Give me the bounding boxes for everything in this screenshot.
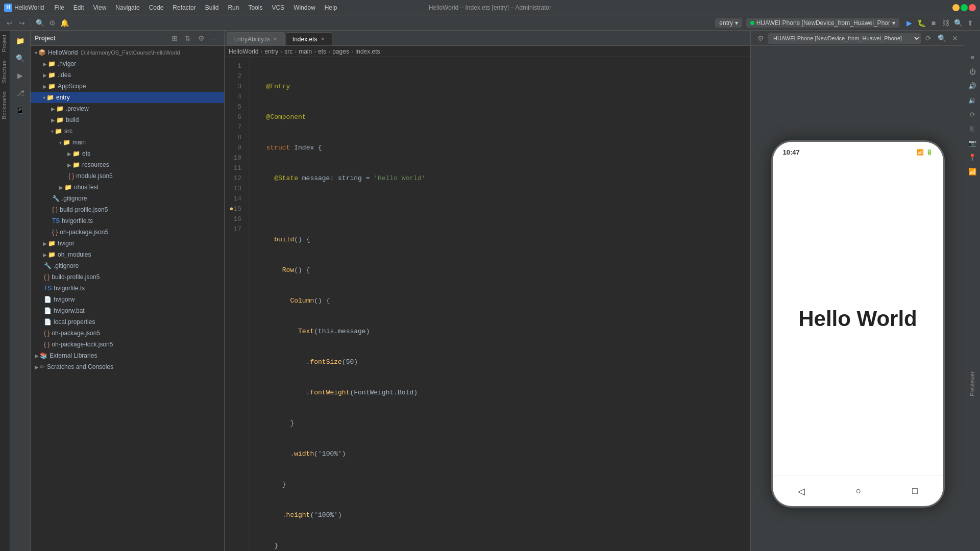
code-content[interactable]: @Entry @Component struct Index { @State … — [250, 57, 750, 551]
tree-item-hvigor[interactable]: ▶ 📁 .hvigor — [31, 58, 224, 69]
previewer-rotate-icon[interactable]: ⟳ — [966, 108, 978, 120]
breadcrumb-main[interactable]: main — [299, 48, 312, 55]
minimize-button[interactable] — [952, 4, 960, 11]
tree-item-idea[interactable]: ▶ 📁 .idea — [31, 69, 224, 81]
tree-item-local-properties[interactable]: 📄 local.properties — [31, 316, 224, 328]
close-button[interactable] — [969, 4, 976, 11]
tree-item-main[interactable]: ▾ 📁 main — [31, 137, 224, 148]
tree-item-hvigorw-bat[interactable]: 📄 hvigorw.bat — [31, 305, 224, 316]
device-selector[interactable]: HUAWEI Phone [NewDevice_from_Huawei_Phon… — [746, 18, 899, 28]
tree-item-build[interactable]: ▶ 📁 build — [31, 114, 224, 126]
breadcrumb-ets[interactable]: ets — [318, 48, 326, 55]
menu-edit[interactable]: Edit — [69, 3, 88, 12]
previewer-vol-up-icon[interactable]: 🔊 — [966, 80, 978, 92]
project-sort-button[interactable]: ⇅ — [182, 33, 193, 44]
tree-item-ext-libs[interactable]: ▶ 📚 External Libraries — [31, 350, 224, 361]
maximize-button[interactable] — [961, 4, 968, 11]
stop-button[interactable]: ■ — [928, 17, 939, 29]
undo-button[interactable]: ↩ — [4, 17, 15, 29]
tree-item-resources[interactable]: ▶ 📁 resources — [31, 159, 224, 170]
menu-vcs[interactable]: VCS — [267, 3, 288, 12]
redo-button[interactable]: ↪ — [16, 17, 28, 29]
project-hide-button[interactable]: — — [209, 33, 220, 44]
share-button[interactable]: ⬆ — [965, 17, 976, 29]
previewer-copy-icon[interactable]: ⎘ — [966, 122, 978, 135]
tree-item-src[interactable]: ▾ 📁 src — [31, 126, 224, 137]
bookmarks-sidebar-label[interactable]: Bookmarks — [0, 87, 10, 123]
menu-view[interactable]: View — [89, 3, 111, 12]
tree-item-oh-package-root[interactable]: { } oh-package.json5 — [31, 328, 224, 339]
previewer-power-icon[interactable]: ⏻ — [966, 65, 978, 78]
tree-item-hvigorw[interactable]: 📄 hvigorw — [31, 294, 224, 305]
tree-item-scratches[interactable]: ▶ ✏ Scratches and Consoles — [31, 361, 224, 372]
menu-refactor[interactable]: Refactor — [168, 3, 200, 12]
tree-item-hvigorfile-ts[interactable]: TS hvigorfile.ts — [31, 215, 224, 227]
find-panel-icon[interactable]: 🔍 — [12, 50, 29, 66]
phone-recent-button[interactable]: □ — [912, 486, 918, 496]
menu-window[interactable]: Window — [289, 3, 320, 12]
phone-home-button[interactable]: ○ — [856, 486, 862, 496]
tab-entryability-close[interactable]: ✕ — [272, 35, 278, 43]
tree-item-appscope[interactable]: ▶ 📁 AppScope — [31, 81, 224, 92]
preview-zoom-button[interactable]: 🔍 — [936, 33, 947, 44]
project-sidebar-label[interactable]: Project — [0, 31, 10, 56]
search-everywhere-button[interactable]: 🔍 — [34, 17, 45, 29]
project-panel-icon[interactable]: 📁 — [12, 33, 29, 49]
tree-item-gitignore-entry[interactable]: 🔧 .gitignore — [31, 193, 224, 204]
menu-code[interactable]: Code — [145, 3, 168, 12]
previewer-screenshot-icon[interactable]: 📷 — [966, 137, 978, 149]
phone-back-button[interactable]: ◁ — [798, 486, 805, 497]
code-editor[interactable]: 1 2 3 4 5 6 7 8 9 10 11 12 13 14 — [225, 57, 750, 551]
preview-settings-button[interactable]: ⚙ — [755, 33, 766, 44]
tree-item-ets[interactable]: ▶ 📁 ets — [31, 148, 224, 159]
settings-button[interactable]: ⚙ — [46, 17, 58, 29]
breadcrumb-index[interactable]: HelloWorld — [229, 48, 258, 55]
previewer-vol-down-icon[interactable]: 🔉 — [966, 94, 978, 106]
breadcrumb-entry[interactable]: entry — [264, 48, 278, 55]
tree-item-preview[interactable]: ▶ 📁 .preview — [31, 103, 224, 114]
project-settings-button[interactable]: ⚙ — [195, 33, 207, 44]
git-panel-icon[interactable]: ⎇ — [12, 85, 29, 101]
breadcrumb-file[interactable]: Index.ets — [355, 48, 380, 55]
run-debug-panel-icon[interactable]: ▶ — [12, 67, 29, 84]
tree-item-oh-modules[interactable]: ▶ 📁 oh_modules — [31, 249, 224, 260]
project-new-button[interactable]: ⊞ — [169, 33, 180, 44]
tab-entryability[interactable]: EntryAbility.ts ✕ — [227, 32, 285, 45]
search-button[interactable]: 🔍 — [952, 17, 964, 29]
notification-button[interactable]: 🔔 — [59, 17, 70, 29]
breadcrumb-src[interactable]: src — [284, 48, 292, 55]
menu-build[interactable]: Build — [201, 3, 223, 12]
tab-index-ets[interactable]: Index.ets ✕ — [286, 32, 332, 45]
preview-device-dropdown[interactable]: HUAWEI Phone [NewDevice_from_Huawei_Phon… — [768, 33, 921, 44]
tree-item-module-json[interactable]: { } module.json5 — [31, 170, 224, 182]
attach-debugger-button[interactable]: ⛓ — [940, 17, 951, 29]
tree-item-oh-package-lock[interactable]: { } oh-package-lock.json5 — [31, 339, 224, 350]
menu-file[interactable]: File — [50, 3, 68, 12]
tree-item-helloworld[interactable]: ▾ 📦 HelloWorld D:\HarmonyOS_FirstCourse\… — [31, 47, 224, 58]
device-panel-icon[interactable]: 📱 — [12, 102, 29, 118]
tab-index-ets-close[interactable]: ✕ — [320, 35, 326, 43]
menu-navigate[interactable]: Navigate — [111, 3, 143, 12]
tree-item-build-profile-root[interactable]: { } build-profile.json5 — [31, 271, 224, 283]
breadcrumb-pages[interactable]: pages — [332, 48, 349, 55]
previewer-wifi-icon[interactable]: 📶 — [966, 165, 978, 178]
tree-item-oh-package[interactable]: { } oh-package.json5 — [31, 227, 224, 238]
menu-help[interactable]: Help — [321, 3, 341, 12]
run-config-selector[interactable]: entry ▾ — [715, 18, 742, 28]
structure-sidebar-label[interactable]: Structure — [0, 56, 10, 87]
code-line-15: .height('100%') — [258, 510, 750, 520]
menu-run[interactable]: Run — [224, 3, 243, 12]
debug-button[interactable]: 🐛 — [916, 17, 927, 29]
previewer-menu-icon[interactable]: ≡ — [966, 51, 978, 63]
tree-item-ohostest[interactable]: ▶ 📁 ohosTest — [31, 182, 224, 193]
previewer-location-icon[interactable]: 📍 — [966, 151, 978, 163]
preview-close-button[interactable]: ✕ — [949, 33, 961, 44]
tree-item-hvigor-root[interactable]: ▶ 📁 hvigor — [31, 238, 224, 249]
tree-item-hvigorfile-root[interactable]: TS hvigorfile.ts — [31, 283, 224, 294]
run-button[interactable]: ▶ — [903, 17, 915, 29]
tree-item-build-profile[interactable]: { } build-profile.json5 — [31, 204, 224, 215]
tree-item-gitignore-root[interactable]: 🔧 .gitignore — [31, 260, 224, 271]
menu-tools[interactable]: Tools — [244, 3, 266, 12]
preview-refresh-button[interactable]: ⟳ — [923, 33, 934, 44]
tree-item-entry[interactable]: ▾ 📁 entry — [31, 92, 224, 103]
